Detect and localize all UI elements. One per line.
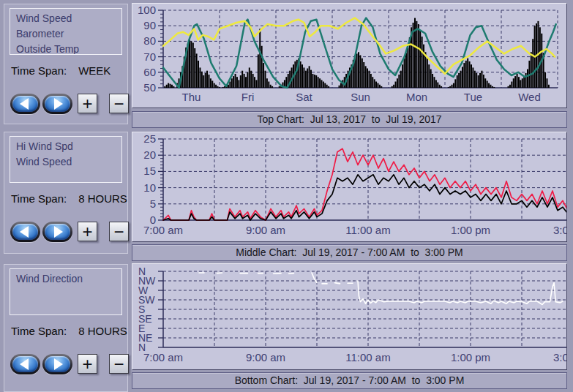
zoom-out-button[interactable]: − (109, 222, 129, 241)
button-face (12, 356, 38, 372)
svg-text:10: 10 (143, 181, 156, 194)
svg-text:7:00 am: 7:00 am (143, 224, 183, 236)
svg-text:7:00 am: 7:00 am (143, 351, 183, 363)
bottom-chart-caption: Bottom Chart: Jul 19, 2017 - 7:00 AM to … (235, 374, 465, 386)
svg-text:15: 15 (143, 165, 156, 177)
zoom-in-button[interactable]: + (78, 94, 97, 113)
svg-text:3:00 pm: 3:00 pm (553, 224, 566, 236)
time-span-row: Time Span:8 HOURS (11, 325, 127, 337)
svg-text:11:00 am: 11:00 am (345, 351, 390, 363)
svg-text:5: 5 (150, 197, 156, 210)
minus-icon: − (113, 95, 124, 113)
zoom-out-button[interactable]: − (109, 94, 129, 113)
middle-chart-panel: 05101520257:00 am9:00 am11:00 am1:00 pm3… (132, 132, 567, 242)
svg-text:1:00 pm: 1:00 pm (451, 351, 490, 363)
scroll-right-button[interactable] (42, 222, 72, 242)
button-face (45, 96, 70, 112)
button-face (12, 224, 38, 240)
svg-text:100: 100 (138, 4, 156, 16)
top-chart[interactable]: 5060708090100ThuFriSatSunMonTueWed (132, 4, 566, 108)
time-span-value: 8 HOURS (78, 192, 127, 205)
middle-chart-caption: Middle Chart: Jul 19, 2017 - 7:00 AM to … (236, 246, 463, 258)
top-chart-caption-bar: Top Chart: Jul 13, 2017 to Jul 19, 2017 (132, 111, 567, 128)
time-span-label: Time Span: (11, 325, 67, 337)
svg-text:50: 50 (143, 81, 156, 94)
top-chart-legend-box: Wind Speed Barometer Outside Temp (10, 8, 122, 55)
right-arrow-icon (54, 226, 63, 238)
right-arrow-icon (54, 358, 63, 370)
bottom-chart-panel: NNWWSWSSEENEN7:00 am9:00 am11:00 am1:00 … (132, 263, 567, 370)
time-span-value: WEEK (78, 64, 111, 77)
plus-icon: + (82, 95, 92, 113)
plus-icon: + (82, 223, 92, 241)
button-face (45, 224, 70, 240)
svg-text:60: 60 (143, 66, 156, 78)
middle-chart-sidebar: Hi Wind Spd Wind Speed Time Span:8 HOURS… (4, 132, 128, 254)
svg-text:Fri: Fri (241, 91, 255, 103)
left-arrow-icon (20, 98, 29, 110)
time-span-row: Time Span:8 HOURS (11, 192, 127, 205)
minus-icon: − (113, 223, 124, 241)
scroll-left-button[interactable] (10, 222, 40, 242)
zoom-out-button[interactable]: − (109, 354, 129, 374)
minus-icon: − (113, 355, 124, 373)
svg-text:80: 80 (143, 34, 156, 47)
time-span-row: Time Span:WEEK (11, 64, 111, 77)
right-arrow-icon (54, 98, 63, 110)
legend-item: Wind Speed (16, 154, 121, 170)
scroll-right-button[interactable] (42, 354, 72, 374)
left-arrow-icon (20, 358, 29, 370)
scroll-left-button[interactable] (10, 94, 40, 114)
svg-text:11:00 am: 11:00 am (345, 224, 390, 236)
scroll-right-button[interactable] (42, 94, 72, 114)
top-chart-sidebar: Wind Speed Barometer Outside Temp Time S… (4, 4, 128, 124)
scroll-left-button[interactable] (10, 354, 40, 374)
legend-item: Hi Wind Spd (16, 139, 121, 154)
middle-chart-caption-bar: Middle Chart: Jul 19, 2017 - 7:00 AM to … (132, 244, 567, 261)
svg-text:9:00 am: 9:00 am (246, 351, 285, 363)
svg-text:Sun: Sun (351, 91, 370, 103)
svg-text:Wed: Wed (518, 91, 541, 103)
svg-text:70: 70 (143, 50, 156, 63)
bottom-chart-legend-box: Wind Direction (10, 268, 122, 315)
legend-item: Wind Direction (16, 271, 121, 287)
top-chart-nav-buttons: + − (4, 94, 127, 116)
svg-text:90: 90 (143, 19, 156, 31)
time-span-value: 8 HOURS (78, 325, 127, 337)
top-chart-panel: 5060708090100ThuFriSatSunMonTueWed (132, 3, 567, 108)
legend-item: Outside Temp (16, 42, 121, 55)
middle-chart-legend-box: Hi Wind Spd Wind Speed (10, 136, 122, 183)
plus-icon: + (82, 355, 92, 373)
svg-text:9:00 am: 9:00 am (246, 224, 285, 236)
legend-item: Wind Speed (16, 11, 121, 26)
middle-chart[interactable]: 05101520257:00 am9:00 am11:00 am1:00 pm3… (132, 132, 566, 241)
legend-item: Barometer (16, 26, 121, 42)
top-chart-caption: Top Chart: Jul 13, 2017 to Jul 19, 2017 (257, 113, 441, 125)
bottom-chart-sidebar: Wind Direction Time Span:8 HOURS + − (4, 264, 128, 392)
button-face (12, 96, 38, 112)
bottom-chart[interactable]: NNWWSWSSEENEN7:00 am9:00 am11:00 am1:00 … (132, 264, 566, 369)
svg-text:Sat: Sat (296, 91, 312, 103)
svg-text:3:00 pm: 3:00 pm (553, 351, 566, 363)
left-arrow-icon (20, 226, 29, 238)
zoom-in-button[interactable]: + (78, 222, 97, 241)
middle-chart-nav-buttons: + − (4, 222, 127, 244)
svg-text:20: 20 (143, 148, 156, 161)
button-face (45, 356, 70, 372)
bottom-chart-nav-buttons: + − (4, 354, 127, 376)
zoom-in-button[interactable]: + (78, 354, 97, 374)
weather-app-window: { "sections": [ { "legend": ["Wind Speed… (0, 0, 573, 392)
time-span-label: Time Span: (11, 192, 67, 205)
svg-text:1:00 pm: 1:00 pm (451, 224, 490, 236)
svg-text:Tue: Tue (464, 91, 482, 103)
svg-text:25: 25 (143, 132, 156, 145)
time-span-label: Time Span: (11, 64, 67, 77)
svg-text:Mon: Mon (406, 91, 427, 103)
bottom-chart-caption-bar: Bottom Chart: Jul 19, 2017 - 7:00 AM to … (132, 372, 567, 389)
svg-text:Thu: Thu (182, 91, 201, 103)
